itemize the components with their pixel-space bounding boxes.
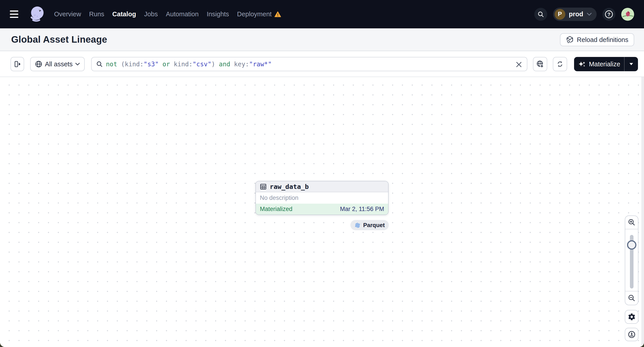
open-left-panel-button[interactable]: [10, 57, 24, 71]
search-icon: [96, 61, 103, 67]
page-header: Global Asset Lineage Reload definitions: [0, 28, 644, 51]
nav-item-overview[interactable]: Overview: [54, 10, 81, 18]
deployment-switcher[interactable]: P prod: [553, 7, 597, 21]
lineage-toolbar: All assets not (kind:"s3" or kind:"csv")…: [0, 51, 644, 77]
nav-right-cluster: P prod ?: [534, 0, 634, 28]
materialized-status: Materialized: [260, 206, 292, 213]
refresh-button[interactable]: [553, 57, 567, 71]
download-icon: [628, 331, 636, 339]
asset-description: No description: [260, 195, 298, 201]
top-nav: Overview Runs Catalog Jobs Automation In…: [0, 0, 644, 28]
avatar-bird-image: [621, 8, 634, 21]
sync-icon: [556, 60, 564, 68]
page-title: Global Asset Lineage: [11, 34, 107, 45]
svg-text:?: ?: [607, 11, 610, 17]
materialize-button-group: Materialize: [574, 57, 638, 71]
zoom-in-button[interactable]: [625, 216, 638, 229]
chevron-down-icon: [587, 13, 592, 16]
asset-scope-dropdown[interactable]: All assets: [30, 57, 85, 71]
zoom-in-icon: [628, 219, 636, 226]
help-icon: ?: [604, 10, 614, 19]
globe-icon: [35, 60, 42, 68]
nav-item-deployment[interactable]: Deployment: [237, 10, 281, 18]
asset-node-body: No description: [256, 192, 388, 204]
clear-icon: [516, 61, 522, 68]
panel-toggle-icon: [14, 60, 22, 68]
nav-item-deployment-label: Deployment: [237, 10, 272, 18]
parquet-icon: [354, 222, 361, 228]
materialize-label: Materialize: [589, 60, 620, 68]
materialize-options-button[interactable]: [624, 57, 638, 71]
clear-filter-button[interactable]: [514, 60, 523, 69]
scrollbar-gutter[interactable]: [641, 77, 644, 347]
kind-tag-label: Parquet: [363, 222, 385, 229]
chevron-down-icon: [75, 63, 80, 66]
asset-node-raw-data-b[interactable]: raw_data_b No description Materialized M…: [256, 181, 388, 215]
zoom-out-button[interactable]: [625, 291, 638, 305]
graph-settings-button[interactable]: [625, 310, 638, 324]
asset-scope-label: All assets: [45, 60, 72, 68]
nav-item-catalog[interactable]: Catalog: [112, 10, 136, 18]
nav-item-insights[interactable]: Insights: [207, 10, 229, 18]
materialize-button[interactable]: Materialize: [574, 57, 624, 71]
caret-down-icon: [629, 63, 633, 65]
nav-item-runs[interactable]: Runs: [89, 10, 104, 18]
zoom-controls: [625, 216, 638, 305]
user-avatar[interactable]: [621, 8, 634, 21]
help-button[interactable]: ?: [602, 8, 616, 21]
gear-icon: [628, 313, 636, 321]
view-all-assets-button[interactable]: [533, 57, 547, 71]
nav-item-jobs[interactable]: Jobs: [144, 10, 158, 18]
download-image-button[interactable]: [625, 328, 638, 341]
reload-definitions-label: Reload definitions: [577, 36, 628, 43]
menu-icon[interactable]: [10, 8, 22, 20]
zoom-out-icon: [628, 294, 636, 302]
nav-links: Overview Runs Catalog Jobs Automation In…: [54, 10, 281, 18]
zoom-slider-handle[interactable]: [627, 240, 636, 250]
deployment-avatar: P: [554, 9, 565, 20]
asset-node-status-row: Materialized Mar 2, 11:56 PM: [256, 204, 388, 215]
kind-tag-parquet[interactable]: Parquet: [350, 220, 389, 230]
asset-filter-input[interactable]: not (kind:"s3" or kind:"csv") and key:"r…: [91, 57, 527, 71]
reload-definitions-button[interactable]: Reload definitions: [560, 33, 634, 46]
globe-add-icon: [536, 60, 544, 68]
zoom-slider: [625, 229, 638, 291]
asset-name: raw_data_b: [270, 183, 309, 190]
dagster-app: Overview Runs Catalog Jobs Automation In…: [0, 0, 644, 347]
deployment-name: prod: [569, 10, 583, 18]
table-icon: [260, 183, 266, 190]
sparkles-icon: [578, 60, 586, 68]
search-button[interactable]: [534, 8, 547, 21]
materialized-timestamp[interactable]: Mar 2, 11:56 PM: [340, 206, 384, 213]
warning-icon: [274, 11, 281, 17]
search-icon: [538, 11, 544, 18]
dagster-logo[interactable]: [27, 5, 46, 24]
nav-item-automation[interactable]: Automation: [166, 10, 199, 18]
reload-code-location-icon: [566, 36, 574, 44]
asset-filter-query: not (kind:"s3" or kind:"csv") and key:"r…: [106, 60, 272, 68]
asset-node-header: raw_data_b: [256, 181, 388, 192]
